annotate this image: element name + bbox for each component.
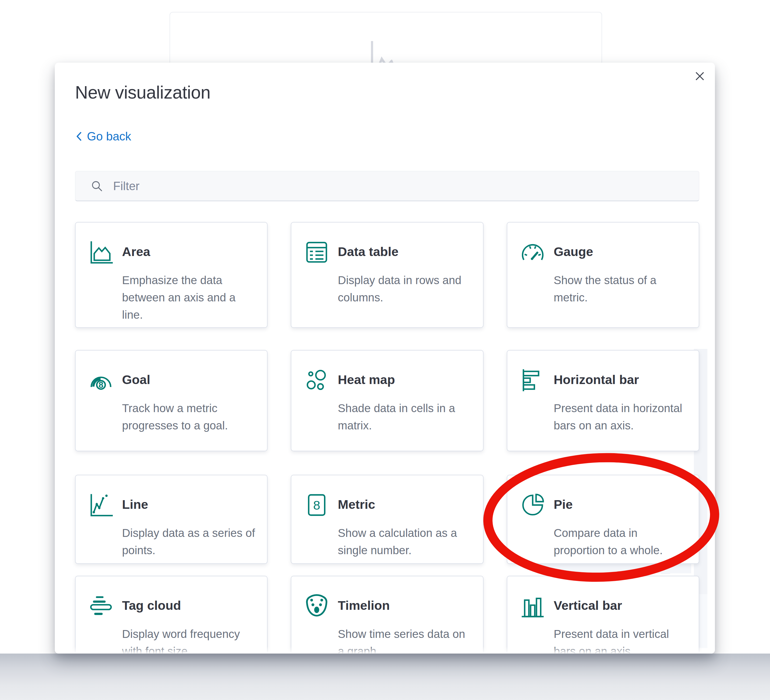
horizontal-bar-icon (519, 367, 546, 394)
card-title: Area (122, 244, 150, 259)
filter-field (75, 171, 699, 201)
go-back-link[interactable]: Go back (75, 130, 131, 143)
page: New visualization Go back Area Empha (0, 0, 770, 700)
card-title: Gauge (554, 244, 593, 259)
card-description: Emphasize the data between an axis and a… (122, 272, 257, 324)
page-background-bottom (0, 653, 770, 700)
card-title: Horizontal bar (554, 372, 639, 387)
card-description: Display data as a series of points. (122, 525, 257, 559)
goal-icon: 8 (87, 367, 115, 394)
line-chart-icon (87, 491, 115, 519)
card-row-1: Area Emphasize the data between an axis … (75, 222, 699, 328)
card-description: Show the status of a metric. (554, 272, 689, 306)
modal-bottom-fade (55, 647, 715, 653)
card-title: Heat map (338, 372, 395, 387)
vis-type-card-metric[interactable]: 8 Metric Show a calculation as a single … (291, 475, 483, 564)
search-icon (91, 180, 104, 193)
svg-text:8: 8 (99, 380, 103, 390)
vis-type-card-horizontal-bar[interactable]: Horizontal bar Present data in horizonta… (507, 350, 699, 451)
card-title: Metric (338, 497, 375, 512)
card-description: Display data in rows and columns. (338, 272, 473, 306)
card-description: Present data in horizontal bars on an ax… (554, 400, 689, 434)
card-title: Data table (338, 244, 398, 259)
card-row-4: Tag cloud Display word frequency with fo… (75, 576, 699, 653)
vertical-bar-icon (519, 593, 546, 619)
data-table-icon (303, 239, 330, 266)
vis-type-card-data-table[interactable]: Data table Display data in rows and colu… (291, 222, 483, 328)
vis-type-card-vertical-bar[interactable]: Vertical bar Present data in vertical ba… (507, 576, 699, 653)
close-icon[interactable] (692, 69, 707, 84)
metric-icon: 8 (303, 491, 330, 519)
card-description: Show a calculation as a single number. (338, 525, 473, 559)
timelion-bear-icon (303, 593, 330, 619)
card-title: Goal (122, 372, 150, 387)
card-description: Track how a metric progresses to a goal. (122, 400, 257, 434)
card-title: Tag cloud (122, 598, 181, 613)
card-description: Shade data in cells in a matrix. (338, 400, 473, 434)
vis-type-card-area[interactable]: Area Emphasize the data between an axis … (75, 222, 268, 328)
svg-text:8: 8 (313, 498, 320, 512)
vis-type-card-heat-map[interactable]: Heat map Shade data in cells in a matrix… (291, 350, 483, 451)
card-title: Timelion (338, 598, 390, 613)
gauge-icon (519, 239, 546, 266)
tag-cloud-icon (87, 593, 115, 619)
vis-type-card-timelion[interactable]: Timelion Show time series data on a grap… (291, 576, 483, 653)
card-row-2: 8 Goal Track how a metric progresses to … (75, 350, 699, 451)
modal-title: New visualization (75, 82, 210, 103)
vis-type-card-tag-cloud[interactable]: Tag cloud Display word frequency with fo… (75, 576, 268, 653)
filter-input[interactable] (113, 179, 688, 193)
card-title: Vertical bar (554, 598, 622, 613)
vis-type-card-goal[interactable]: 8 Goal Track how a metric progresses to … (75, 350, 268, 451)
vis-type-card-gauge[interactable]: Gauge Show the status of a metric. (507, 222, 699, 328)
go-back-label: Go back (87, 130, 131, 143)
chevron-left-icon (75, 130, 82, 142)
heat-map-icon (303, 367, 330, 394)
vis-type-card-line[interactable]: Line Display data as a series of points. (75, 475, 268, 564)
card-title: Line (122, 497, 148, 512)
area-chart-icon (87, 239, 115, 266)
